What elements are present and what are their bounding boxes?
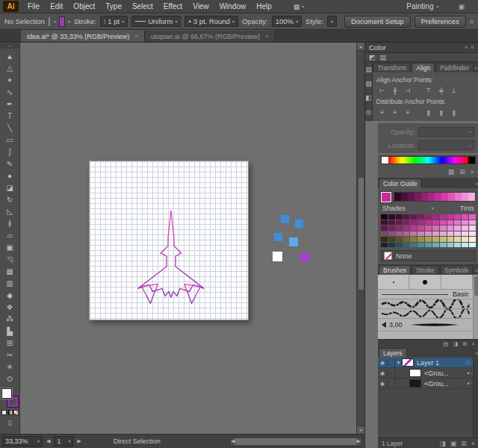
color-guide-swatch[interactable] xyxy=(381,243,388,248)
color-guide-swatch[interactable] xyxy=(410,220,417,225)
calligraphic-brush-3[interactable] xyxy=(441,275,473,289)
color-guide-swatch[interactable] xyxy=(440,225,447,231)
blob-brush-tool[interactable]: ● xyxy=(1,169,19,181)
black-swatch[interactable] xyxy=(468,157,475,164)
charcoal-brush-row[interactable] xyxy=(378,309,473,319)
distribute-v-center-button[interactable]: ≡ xyxy=(388,107,401,117)
gradient-panel-icon[interactable]: ▧ xyxy=(365,80,372,87)
color-variation-swatch[interactable] xyxy=(428,193,435,201)
control-panel-menu-icon[interactable]: ≡ xyxy=(470,18,474,25)
artwork-color-square[interactable] xyxy=(300,253,309,262)
artwork-color-square[interactable] xyxy=(281,215,289,223)
color-guide-tab[interactable]: Color Guide xyxy=(379,178,421,188)
perspective-grid-tool[interactable]: ◹ xyxy=(1,253,19,265)
color-guide-swatch[interactable] xyxy=(388,220,395,225)
magic-wand-tool[interactable]: ✶ xyxy=(1,74,19,86)
stroke-weight-field[interactable]: ▴▾ 1 pt ▾ xyxy=(100,16,128,27)
color-guide-swatch[interactable] xyxy=(469,231,476,237)
color-guide-swatch[interactable] xyxy=(396,220,403,225)
color-sliders-icon[interactable]: ▤ xyxy=(380,54,387,61)
menu-item[interactable]: Help xyxy=(251,2,277,10)
opacity-field[interactable]: 100% ▾ xyxy=(272,16,302,27)
none-swatch-icon[interactable] xyxy=(384,252,392,260)
color-guide-swatch[interactable] xyxy=(462,231,468,237)
color-guide-swatch[interactable] xyxy=(381,220,388,225)
color-guide-swatch[interactable] xyxy=(440,214,447,220)
spectrum-ramp[interactable] xyxy=(388,157,468,164)
color-guide-swatch[interactable] xyxy=(462,214,468,220)
color-guide-swatch[interactable] xyxy=(447,214,454,220)
arrange-documents-icon[interactable]: ▦ xyxy=(294,3,300,10)
color-guide-swatch[interactable] xyxy=(440,243,447,248)
fill-color-chip[interactable] xyxy=(1,388,12,399)
tapered-brush-row[interactable]: 3,00 xyxy=(378,319,473,332)
selection-tool[interactable]: ▲ xyxy=(1,50,19,62)
distribute-bottom-button[interactable]: ≡ xyxy=(401,107,414,117)
color-swatch-icon[interactable]: ◩ xyxy=(369,54,376,61)
width-profile-dropdown[interactable]: Uniform ▾ xyxy=(131,16,181,27)
shades-label[interactable]: Shades xyxy=(382,205,406,212)
none-row[interactable]: None xyxy=(381,250,476,261)
artwork-color-square[interactable] xyxy=(273,252,282,261)
paintbrush-tool[interactable]: ʃ xyxy=(1,146,19,158)
color-guide-swatch[interactable] xyxy=(425,214,432,220)
lock-toggle[interactable] xyxy=(388,368,395,378)
chevron-down-icon[interactable]: ▾ xyxy=(68,19,70,24)
brushes-scroll-thumb[interactable] xyxy=(474,276,478,296)
menu-item[interactable]: Type xyxy=(100,2,127,10)
rotate-tool[interactable]: ↻ xyxy=(1,193,19,205)
scale-tool[interactable]: ◺ xyxy=(1,205,19,217)
preferences-button[interactable]: Preferences xyxy=(415,16,466,28)
color-guide-swatch[interactable] xyxy=(440,220,447,225)
panel-tab[interactable]: Stroke xyxy=(412,265,439,275)
rectangle-tool[interactable]: ▭ xyxy=(1,134,19,146)
symbol-sprayer-tool[interactable]: ⁂ xyxy=(1,313,19,325)
menu-item[interactable]: Object xyxy=(68,2,100,10)
menu-item[interactable]: File xyxy=(22,2,45,10)
tints-label[interactable]: Tints xyxy=(460,205,474,212)
artwork-color-square[interactable] xyxy=(289,237,298,246)
chevron-down-icon[interactable]: ▾ xyxy=(122,19,124,24)
color-guide-swatch[interactable] xyxy=(396,237,403,242)
new-color-group-icon[interactable]: ⊞ xyxy=(459,168,465,175)
new-layer-icon[interactable]: ⊞ xyxy=(461,440,467,447)
color-guide-swatch[interactable] xyxy=(454,231,461,237)
color-guide-swatch[interactable] xyxy=(418,243,424,248)
panel-tab[interactable]: Align xyxy=(412,63,435,72)
color-guide-swatch[interactable] xyxy=(447,231,454,237)
color-variation-swatch[interactable] xyxy=(421,193,428,201)
brush-definition-dropdown[interactable]: • 3 pt. Round ▾ xyxy=(184,16,238,27)
delete-layer-icon[interactable]: × xyxy=(471,440,475,447)
column-graph-tool[interactable]: ▙ xyxy=(1,325,19,337)
distribute-left-button[interactable]: ||| xyxy=(422,107,435,117)
color-guide-swatch[interactable] xyxy=(418,214,424,220)
color-variation-swatch[interactable] xyxy=(448,193,455,201)
horizontal-scrollbar[interactable]: ◀ ▶ xyxy=(229,437,362,447)
color-guide-swatch[interactable] xyxy=(454,214,461,220)
color-guide-swatch[interactable] xyxy=(425,225,432,231)
align-v-center-button[interactable]: ╪ xyxy=(435,85,447,96)
document-tab[interactable]: idea.ai* @ 33,33% (RGB/Preview) × xyxy=(21,30,145,42)
layers-tab[interactable]: Layers xyxy=(379,348,407,358)
visibility-eye-icon[interactable]: ◉ xyxy=(378,370,388,376)
color-guide-swatch[interactable] xyxy=(403,231,410,237)
color-guide-swatch[interactable] xyxy=(396,214,403,220)
style-dropdown[interactable]: ▾ xyxy=(327,16,337,27)
base-color-swatch[interactable] xyxy=(381,192,391,202)
color-guide-swatch[interactable] xyxy=(462,220,468,225)
free-transform-tool[interactable]: ▱ xyxy=(1,229,19,241)
color-guide-swatch[interactable] xyxy=(418,231,424,237)
appearance-panel-icon[interactable]: ◎ xyxy=(365,108,371,116)
chevron-down-icon[interactable]: ▾ xyxy=(68,439,70,444)
color-guide-swatch[interactable] xyxy=(447,220,454,225)
chevron-down-icon[interactable]: ▾ xyxy=(302,4,304,9)
chevron-down-icon[interactable]: ▾ xyxy=(37,439,40,444)
color-guide-swatch[interactable] xyxy=(432,214,439,220)
menu-item[interactable]: View xyxy=(187,2,214,10)
color-guide-swatch[interactable] xyxy=(396,225,403,231)
screen-mode-button[interactable]: ▯ xyxy=(8,419,12,426)
color-guide-swatch[interactable] xyxy=(447,225,454,231)
distribute-h-center-button[interactable]: ||| xyxy=(435,107,447,117)
pen-tool[interactable]: ✒ xyxy=(1,98,19,110)
color-variation-swatch[interactable] xyxy=(401,193,408,201)
